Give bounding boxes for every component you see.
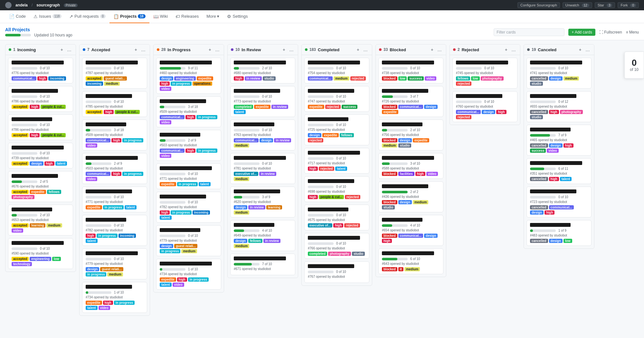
card-blocked-2[interactable]: 2 of 10 #756 opened by studiobot blocked… bbox=[378, 120, 443, 150]
card-completed-5[interactable]: 0 of 10 #675 opened by studiobot executi… bbox=[304, 205, 369, 230]
nav-projects[interactable]: 📋 Projects 18 bbox=[109, 10, 149, 23]
card-completed-3[interactable]: 0 of 10 #717 opened by studiobot highrej… bbox=[304, 148, 369, 174]
all-projects-link[interactable]: All Projects bbox=[5, 27, 72, 32]
card-accepted-1[interactable]: 0 of 10 #785 opened by studiobot accepte… bbox=[82, 91, 147, 117]
nav-code[interactable]: 📄 Code bbox=[5, 10, 30, 23]
card-completed-2[interactable]: 0 of 10 #725 opened by studiobot designe… bbox=[304, 114, 369, 145]
card-progress: 2 of 2 bbox=[382, 190, 440, 194]
card-cancelled-1[interactable]: 0 of 12 #655 opened by studiobot cancell… bbox=[526, 91, 592, 122]
status-dot-completed bbox=[305, 48, 308, 51]
column-add-in-review[interactable]: + bbox=[282, 47, 286, 52]
column-add-completed[interactable]: + bbox=[356, 47, 360, 52]
card-incoming-5[interactable]: 2 of 10 #653 opened by studiobot accepte… bbox=[8, 205, 73, 236]
column-menu-blocked[interactable]: … bbox=[436, 47, 443, 52]
card-blocked-5[interactable]: 4 of 10 #654 opened by studiobot blocked… bbox=[378, 215, 443, 246]
card-cancelled-0[interactable]: 0 of 10 #741 opened by studiobot cancell… bbox=[526, 58, 592, 89]
nav-pull-requests[interactable]: ↗ Pull requests 0 bbox=[65, 10, 109, 23]
card-info: #643 opened by studiobot bbox=[382, 262, 440, 266]
repo-name[interactable]: sourcegraph bbox=[36, 3, 60, 7]
column-menu-rejected[interactable]: … bbox=[510, 47, 517, 52]
card-in-progress-0[interactable]: 9 of 11 #460 opened by studiobot designe… bbox=[156, 58, 221, 94]
card-completed-0[interactable]: 0 of 10 #754 opened by studiobot communi… bbox=[304, 58, 369, 83]
card-in-progress-6[interactable]: 1 of 10 #734 opened by studiobot expedit… bbox=[156, 259, 221, 290]
column-menu-cancelled[interactable]: … bbox=[584, 47, 591, 52]
username[interactable]: andela bbox=[15, 3, 28, 7]
card-incoming-6[interactable]: 0 of 10 #590 opened by studiobot accepte… bbox=[8, 238, 73, 269]
card-blocked-1[interactable]: 3 of 7 #726 opened by studiobot blockedc… bbox=[378, 86, 443, 117]
card-accepted-2[interactable]: 3 of 18 #509 opened by studiobot communi… bbox=[82, 120, 147, 150]
card-accepted-3[interactable]: 2 of 9 #503 opened by studiobot communic… bbox=[82, 153, 147, 184]
card-blocked-0[interactable]: 0 of 10 #738 opened by studiobot blocked… bbox=[378, 58, 443, 83]
card-cancelled-5[interactable]: 1 of 9 #483 opened by studiobot cancelle… bbox=[526, 220, 592, 246]
column-menu-in-review[interactable]: … bbox=[288, 47, 295, 52]
column-menu-accepted[interactable]: … bbox=[140, 47, 147, 52]
column-menu-completed[interactable]: … bbox=[362, 47, 369, 52]
configure-button[interactable]: Configure Sourcegraph bbox=[517, 2, 560, 8]
card-rejected-1[interactable]: 0 of 10 #760 opened by studiobot communi… bbox=[452, 91, 517, 122]
column-body-rejected: 0 of 10 #745 opened by studiobot fellows… bbox=[450, 55, 520, 125]
card-in-progress-3[interactable]: 0 of 10 #771 opened by studiobot expedit… bbox=[156, 163, 221, 189]
card-in-review-1[interactable]: 0 of 10 #773 opened by studiobot complet… bbox=[230, 86, 295, 117]
card-accepted-7[interactable]: 1 of 10 #734 opened by studiobot expedit… bbox=[82, 282, 147, 313]
card-info: #723 opened by studiobot bbox=[530, 200, 588, 204]
nav-issues[interactable]: ⚠ Issues 118 bbox=[30, 10, 65, 23]
column-add-blocked[interactable]: + bbox=[430, 47, 434, 52]
card-blocked-4[interactable]: 2 of 2 #436 opened by studiobot blockedd… bbox=[378, 181, 443, 212]
card-in-review-0[interactable]: 2 of 10 #680 opened by studiobot highin … bbox=[230, 58, 295, 83]
card-in-review-5[interactable]: 4 of 10 #649 opened by studiobot designf… bbox=[230, 220, 295, 251]
card-incoming-2[interactable]: 0 of 10 #786 opened by studiobot accepte… bbox=[8, 114, 73, 140]
column-incoming: 1 Incoming + … 0 of 10 #776 opened by st… bbox=[5, 44, 76, 272]
card-blocked-6[interactable]: 6 of 10 #643 opened by studiobot blocked… bbox=[378, 248, 443, 274]
card-incoming-3[interactable]: 0 of 10 #739 opened by studiobot accepte… bbox=[8, 143, 73, 169]
card-incoming-4[interactable]: 2 of 5 #676 opened by studiobot accepted… bbox=[8, 171, 73, 202]
column-menu-in-progress[interactable]: … bbox=[214, 47, 221, 52]
column-add-rejected[interactable]: + bbox=[504, 47, 508, 52]
card-completed-4[interactable]: 0 of 10 #698 opened by studiobot highpeo… bbox=[304, 176, 369, 202]
card-rejected-0[interactable]: 0 of 10 #745 opened by studiobot fellows… bbox=[452, 58, 517, 89]
card-blocked-3[interactable]: 3 of 10 #588 opened by studiobot blocked… bbox=[378, 153, 443, 179]
card-completed-1[interactable]: 0 of 10 #747 opened by studiobot expedit… bbox=[304, 86, 369, 112]
card-in-progress-2[interactable]: 2 of 9 #503 opened by studiobot communic… bbox=[156, 130, 221, 161]
column-body-accepted: 0 of 10 #787 opened by studiobot accepte… bbox=[80, 55, 150, 315]
card-in-progress-4[interactable]: 0 of 10 #782 opened by studiobot highin … bbox=[156, 192, 221, 223]
card-accepted-6[interactable]: 0 of 10 #779 opened by studiobot designg… bbox=[82, 248, 147, 279]
card-in-review-3[interactable]: 0 of 10 #781 opened by studiobot executi… bbox=[230, 153, 295, 184]
unwatch-button[interactable]: Unwatch 12 bbox=[563, 2, 592, 8]
column-add-in-progress[interactable]: + bbox=[208, 47, 212, 52]
fork-button[interactable]: Fork 0 bbox=[618, 2, 639, 8]
card-cancelled-2[interactable]: 7 of 9 #465 opened by studiobot cancelle… bbox=[526, 125, 592, 156]
tag: medium bbox=[564, 76, 579, 81]
card-info: #653 opened by studiobot bbox=[12, 218, 70, 222]
nav-wiki[interactable]: 📖 Wiki bbox=[149, 10, 172, 23]
card-in-progress-1[interactable]: 3 of 18 #509 opened by studiobot communi… bbox=[156, 96, 221, 127]
add-cards-button[interactable]: + Add cards bbox=[568, 29, 595, 36]
column-menu-incoming[interactable]: … bbox=[66, 47, 72, 52]
column-add-cancelled[interactable]: + bbox=[578, 47, 582, 52]
card-completed-6[interactable]: 0 of 10 #766 opened by studiobot complet… bbox=[304, 233, 369, 259]
card-accepted-4[interactable]: 0 of 10 #771 opened by studiobot expedit… bbox=[82, 187, 147, 212]
card-in-review-4[interactable]: 3 of 9 #620 opened by studiobot designin… bbox=[230, 187, 295, 217]
card-completed-7[interactable]: 0 of 10 #767 opened by studiobot bbox=[304, 261, 369, 283]
card-incoming-0[interactable]: 0 of 10 #776 opened by studiobot communi… bbox=[8, 58, 73, 83]
column-add-incoming[interactable]: + bbox=[60, 47, 64, 52]
card-tags: communicat...designhighrejected bbox=[456, 110, 514, 119]
filter-cards-input[interactable] bbox=[494, 28, 564, 36]
card-in-review-2[interactable]: 0 of 10 #763 opened by studiobot communi… bbox=[230, 120, 295, 150]
nav-more[interactable]: More ▾ bbox=[203, 10, 223, 23]
card-accepted-5[interactable]: 0 of 10 #782 opened by studiobot highin … bbox=[82, 215, 147, 246]
star-button[interactable]: Star 3 bbox=[595, 2, 615, 8]
card-accepted-0[interactable]: 0 of 10 #787 opened by studiobot accepte… bbox=[82, 58, 147, 89]
card-progress-bar bbox=[530, 229, 556, 232]
column-add-accepted[interactable]: + bbox=[134, 47, 138, 52]
tag: design bbox=[308, 133, 321, 137]
card-cancelled-3[interactable]: 6 of 11 #351 opened by studiobot cancell… bbox=[526, 158, 592, 184]
card-incoming-1[interactable]: 0 of 10 #786 opened by studiobot accepte… bbox=[8, 86, 73, 112]
nav-releases[interactable]: 🏷 Releases bbox=[172, 10, 203, 23]
card-in-review-6[interactable]: 7 of 10 #671 opened by studiobot bbox=[230, 254, 295, 275]
card-in-progress-5[interactable]: 0 of 10 #779 opened by studiobot designg… bbox=[156, 225, 221, 256]
card-cancelled-4[interactable]: 0 of 10 #723 opened by studiobot cancell… bbox=[526, 187, 592, 217]
nav-settings[interactable]: ⚙ Settings bbox=[223, 10, 251, 23]
fullscreen-button[interactable]: ⛶ Fullscreen bbox=[599, 30, 622, 34]
tag: high bbox=[44, 161, 54, 166]
menu-button[interactable]: ≡ Menu bbox=[626, 30, 639, 34]
